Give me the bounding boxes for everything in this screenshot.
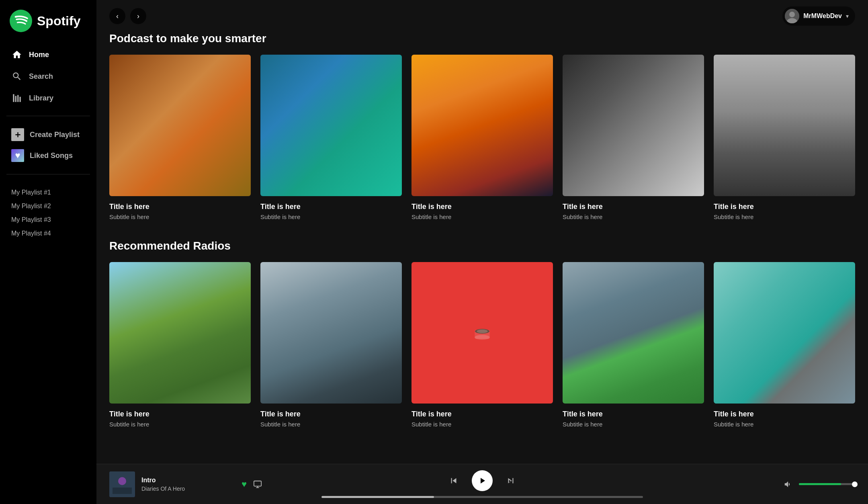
player-track-info: Intro Diaries Of A Hero ♥ <box>109 471 262 497</box>
podcast-section: Podcast to make you smarter Title is her… <box>109 32 855 220</box>
player-right-controls <box>702 480 855 489</box>
podcast-card-subtitle-0: Subtitle is here <box>109 213 251 220</box>
chevron-down-icon: ▾ <box>846 13 849 19</box>
podcast-card-0[interactable]: Title is here Subtitle is here <box>109 55 251 220</box>
radio-card-subtitle-3: Subtitle is here <box>563 421 704 428</box>
back-button[interactable]: ‹ <box>109 8 125 24</box>
user-menu[interactable]: MrMWebDev ▾ <box>782 6 855 26</box>
radio-section-title: Recommended Radios <box>109 240 855 252</box>
playlist-list: My Playlist #1 My Playlist #2 My Playlis… <box>0 187 96 239</box>
volume-bar-fill <box>799 483 841 485</box>
svg-point-0 <box>10 10 32 32</box>
skip-back-button[interactable] <box>448 475 459 486</box>
podcast-card-3[interactable]: Title is here Subtitle is here <box>563 55 704 220</box>
radio-card-3[interactable]: Title is here Subtitle is here <box>563 262 704 428</box>
radio-card-subtitle-2: Subtitle is here <box>411 421 553 428</box>
svg-point-11 <box>477 330 488 333</box>
create-playlist-button[interactable]: ＋ Create Playlist <box>0 124 96 145</box>
podcast-card-subtitle-4: Subtitle is here <box>714 213 855 220</box>
svg-rect-4 <box>20 97 21 102</box>
svg-rect-14 <box>113 488 132 494</box>
sidebar-item-search[interactable]: Search <box>6 67 90 86</box>
sidebar-item-library[interactable]: Library <box>6 88 90 108</box>
user-avatar <box>785 9 799 23</box>
podcast-card-image-3 <box>563 55 704 196</box>
progress-bar-fill <box>321 496 434 498</box>
radio-card-image-4 <box>714 262 855 404</box>
playlist-item-4[interactable]: My Playlist #4 <box>11 228 85 239</box>
svg-point-6 <box>789 12 795 17</box>
radio-card-image-1 <box>260 262 402 404</box>
skip-forward-button[interactable] <box>506 475 516 486</box>
sidebar: Spotify Home Search Library <box>0 0 96 504</box>
radio-card-title-3: Title is here <box>563 410 704 418</box>
topbar: ‹ › MrMWebDev ▾ <box>96 0 868 32</box>
user-name: MrMWebDev <box>803 12 842 20</box>
volume-icon <box>784 480 792 489</box>
radio-card-4[interactable]: Title is here Subtitle is here <box>714 262 855 428</box>
logo-area: Spotify <box>0 10 96 45</box>
radio-card-title-0: Title is here <box>109 410 251 418</box>
like-button[interactable]: ♥ <box>242 479 247 490</box>
podcast-card-title-2: Title is here <box>411 203 553 211</box>
playlist-item-2[interactable]: My Playlist #2 <box>11 201 85 211</box>
radio-card-title-2: Title is here <box>411 410 553 418</box>
radio-card-1[interactable]: Title is here Subtitle is here <box>260 262 402 428</box>
track-text: Intro Diaries Of A Hero <box>141 477 235 492</box>
heart-icon: ♥ <box>11 149 24 162</box>
radio-card-subtitle-0: Subtitle is here <box>109 421 251 428</box>
podcast-card-title-3: Title is here <box>563 203 704 211</box>
playlist-item-1[interactable]: My Playlist #1 <box>11 187 85 198</box>
track-actions: ♥ <box>242 479 262 490</box>
podcast-card-subtitle-3: Subtitle is here <box>563 213 704 220</box>
player-controls <box>262 470 702 498</box>
radio-card-subtitle-4: Subtitle is here <box>714 421 855 428</box>
radio-cards-row: Title is here Subtitle is here Title is … <box>109 262 855 428</box>
podcast-card-image-1 <box>260 55 402 196</box>
library-icon <box>11 92 23 104</box>
screen-button[interactable] <box>253 480 262 489</box>
radio-card-0[interactable]: Title is here Subtitle is here <box>109 262 251 428</box>
control-buttons <box>448 470 516 491</box>
podcast-card-4[interactable]: Title is here Subtitle is here <box>714 55 855 220</box>
svg-rect-1 <box>13 94 14 102</box>
home-icon <box>11 49 23 60</box>
sidebar-item-home[interactable]: Home <box>6 45 90 64</box>
podcast-card-2[interactable]: Title is here Subtitle is here <box>411 55 553 220</box>
radio-card-2[interactable]: Title is here Subtitle is here <box>411 262 553 428</box>
podcast-card-image-2 <box>411 55 553 196</box>
search-icon <box>11 71 23 82</box>
svg-rect-2 <box>15 96 16 102</box>
radio-card-image-2 <box>411 262 553 404</box>
main-nav: Home Search Library <box>0 45 96 108</box>
sidebar-divider-2 <box>6 174 90 174</box>
podcast-card-1[interactable]: Title is here Subtitle is here <box>260 55 402 220</box>
spotify-logo-icon <box>10 10 32 32</box>
playlist-item-3[interactable]: My Playlist #3 <box>11 215 85 225</box>
sidebar-divider <box>6 116 90 116</box>
podcast-card-subtitle-2: Subtitle is here <box>411 213 553 220</box>
liked-songs-button[interactable]: ♥ Liked Songs <box>0 145 96 166</box>
podcast-card-title-4: Title is here <box>714 203 855 211</box>
podcast-card-image-4 <box>714 55 855 196</box>
content-area: Podcast to make you smarter Title is her… <box>96 32 868 464</box>
svg-point-13 <box>118 477 126 485</box>
play-pause-button[interactable] <box>472 470 493 491</box>
podcast-card-image-0 <box>109 55 251 196</box>
podcast-cards-row: Title is here Subtitle is here Title is … <box>109 55 855 220</box>
track-thumbnail <box>109 471 135 497</box>
radio-card-title-4: Title is here <box>714 410 855 418</box>
radio-card-image-0 <box>109 262 251 404</box>
svg-rect-3 <box>17 95 18 102</box>
radio-section: Recommended Radios Title is here Subtitl… <box>109 240 855 428</box>
nav-arrows: ‹ › <box>109 8 146 24</box>
podcast-card-title-1: Title is here <box>260 203 402 211</box>
app-name: Spotify <box>37 14 80 29</box>
forward-button[interactable]: › <box>130 8 146 24</box>
svg-rect-15 <box>254 481 261 486</box>
volume-slider[interactable] <box>799 483 855 485</box>
progress-bar[interactable] <box>321 496 643 498</box>
podcast-card-subtitle-1: Subtitle is here <box>260 213 402 220</box>
progress-bar-area <box>321 496 643 498</box>
track-artist: Diaries Of A Hero <box>141 486 235 492</box>
